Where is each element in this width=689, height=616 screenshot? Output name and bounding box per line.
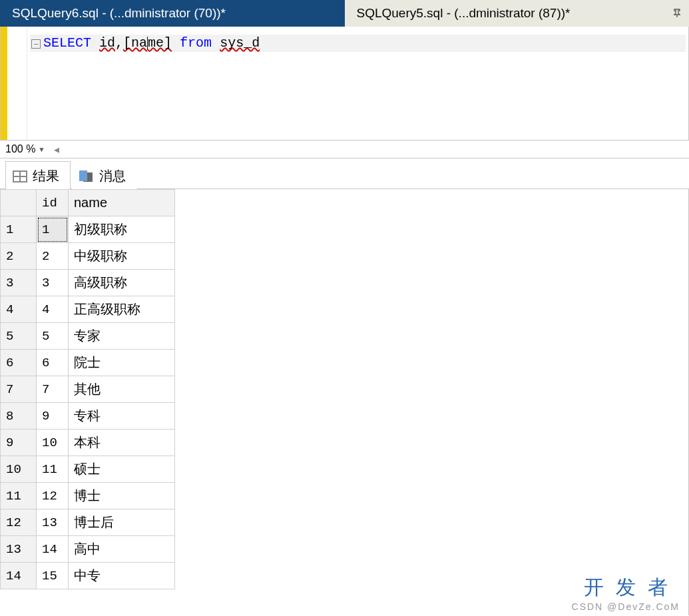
cell-rownum[interactable]: 12 [1,509,37,536]
cell-id[interactable]: 9 [37,403,69,430]
identifier-id: id [99,35,115,52]
header-name[interactable]: name [69,190,175,216]
cell-rownum[interactable]: 13 [1,536,37,563]
messages-tab-label: 消息 [99,167,126,185]
table-row[interactable]: 33高级职称 [1,270,175,296]
table-row[interactable]: 55专家 [1,323,175,350]
cell-id[interactable]: 2 [37,243,69,270]
cell-rownum[interactable]: 8 [1,403,37,430]
table-row[interactable]: 910本科 [1,430,175,456]
header-rownum[interactable] [1,190,37,216]
comma: , [115,35,123,52]
cell-name[interactable]: 专科 [69,403,175,430]
tab-label: SQLQuery5.sql - (...dministrator (87))* [357,6,571,21]
cell-id[interactable]: 14 [37,536,69,563]
scroll-left-icon[interactable]: ◂ [54,143,62,156]
cell-rownum[interactable]: 3 [1,270,37,296]
table-row[interactable]: 1112博士 [1,483,175,509]
keyword-select: SELECT [43,35,91,52]
cell-rownum[interactable]: 5 [1,323,37,350]
cell-rownum[interactable]: 4 [1,296,37,323]
grid-icon [13,170,27,182]
gutter-background [7,27,27,140]
cell-name[interactable]: 中级职称 [69,243,175,270]
cell-id[interactable]: 12 [37,483,69,509]
header-id[interactable]: id [37,190,69,216]
cell-id[interactable]: 7 [37,376,69,403]
cell-name[interactable]: 中专 [69,563,175,589]
tab-label: SQLQuery6.sql - (...dministrator (70))* [12,6,226,21]
chevron-down-icon: ▼ [38,146,45,153]
cell-id[interactable]: 4 [37,296,69,323]
cell-rownum[interactable]: 7 [1,376,37,403]
cell-name[interactable]: 硕士 [69,456,175,483]
messages-icon [79,170,94,182]
code-line: − SELECT id , [name] from sys_d [30,35,686,52]
cell-name[interactable]: 高中 [69,536,175,563]
table-row[interactable]: 1213博士后 [1,509,175,536]
cell-rownum[interactable]: 14 [1,563,37,589]
cell-name[interactable]: 博士后 [69,509,175,536]
editor-zoom-bar: 100 % ▼ ◂ [0,140,689,158]
table-row[interactable]: 11初级职称 [1,216,175,243]
cell-rownum[interactable]: 11 [1,483,37,509]
table-row[interactable]: 89专科 [1,403,175,430]
cell-name[interactable]: 本科 [69,430,175,456]
cell-name[interactable]: 正高级职称 [69,296,175,323]
cell-rownum[interactable]: 10 [1,456,37,483]
cell-name[interactable]: 其他 [69,376,175,403]
cell-id[interactable]: 11 [37,456,69,483]
table-row[interactable]: 22中级职称 [1,243,175,270]
cell-id[interactable]: 13 [37,509,69,536]
pin-icon[interactable] [670,7,684,20]
table-row[interactable]: 1011硕士 [1,456,175,483]
table-row[interactable]: 1415中专 [1,563,175,589]
identifier-table: sys_d [220,35,260,52]
results-table: id name 11初级职称22中级职称33高级职称44正高级职称55专家66院… [0,189,175,589]
cell-rownum[interactable]: 2 [1,243,37,270]
fold-toggle-icon[interactable]: − [31,39,41,49]
cell-name[interactable]: 院士 [69,350,175,376]
change-marker [1,27,7,140]
tab-results[interactable]: 结果 [5,161,71,189]
document-tab-bar: SQLQuery6.sql - (...dministrator (70))* … [0,0,689,27]
zoom-dropdown[interactable]: 100 % ▼ [3,143,47,155]
results-grid[interactable]: id name 11初级职称22中级职称33高级职称44正高级职称55专家66院… [0,189,689,615]
table-row[interactable]: 66院士 [1,350,175,376]
cell-name[interactable]: 博士 [69,483,175,509]
sql-editor-area: − SELECT id , [name] from sys_d [0,27,689,140]
table-row[interactable]: 44正高级职称 [1,296,175,323]
tab-messages[interactable]: 消息 [72,161,137,189]
sql-editor[interactable]: − SELECT id , [name] from sys_d [27,27,688,140]
table-row[interactable]: 77其他 [1,376,175,403]
cell-id[interactable]: 6 [37,350,69,376]
text-cursor [147,37,148,50]
cell-id[interactable]: 3 [37,270,69,296]
cell-rownum[interactable]: 6 [1,350,37,376]
cell-rownum[interactable]: 9 [1,430,37,456]
results-tab-label: 结果 [33,167,59,185]
cell-name[interactable]: 高级职称 [69,270,175,296]
document-tab-active[interactable]: SQLQuery6.sql - (...dministrator (70))* [0,0,345,27]
table-row[interactable]: 1314高中 [1,536,175,563]
cell-name[interactable]: 初级职称 [69,216,175,243]
identifier-name: [name] [123,35,172,52]
cell-name[interactable]: 专家 [69,323,175,350]
cell-id[interactable]: 10 [37,430,69,456]
cell-id[interactable]: 15 [37,563,69,589]
document-tab-inactive[interactable]: SQLQuery5.sql - (...dministrator (87))* [345,0,690,27]
editor-gutter [1,27,27,140]
results-tab-bar: 结果 消息 [0,158,689,189]
cell-id[interactable]: 1 [37,216,69,243]
keyword-from: from [180,35,212,52]
cell-id[interactable]: 5 [37,323,69,350]
table-header-row: id name [1,190,175,216]
zoom-value: 100 % [5,143,35,155]
cell-rownum[interactable]: 1 [1,216,37,243]
